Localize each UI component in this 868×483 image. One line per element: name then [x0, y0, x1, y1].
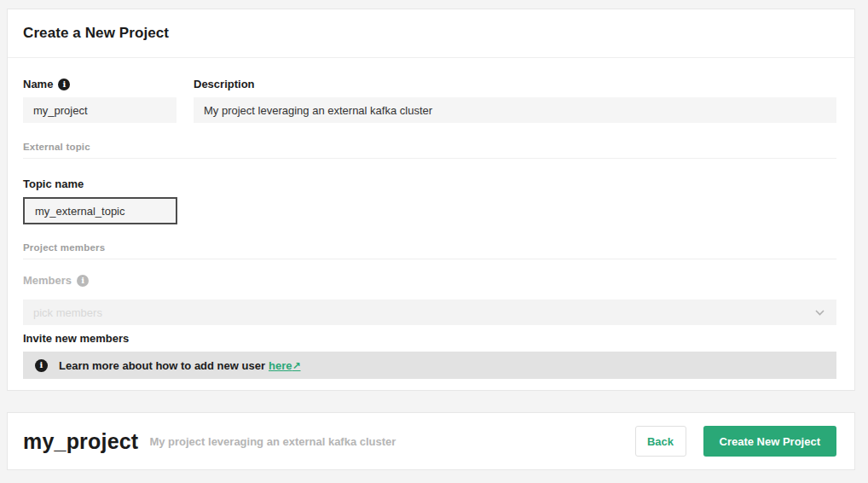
section-label-external-topic: External topic — [23, 142, 836, 159]
footer-project-description: My project leveraging an external kafka … — [149, 435, 396, 448]
name-input[interactable] — [23, 97, 176, 123]
create-project-card: Create a New Project Name i Description … — [7, 9, 855, 391]
banner-text: Learn more about how to add new userhere… — [59, 359, 301, 372]
info-icon[interactable]: i — [58, 79, 70, 90]
page-title: Create a New Project — [23, 25, 169, 42]
members-select-input[interactable] — [23, 300, 836, 325]
info-icon[interactable]: i — [77, 275, 89, 287]
here-link[interactable]: here↗ — [269, 359, 301, 372]
name-description-row: Name i Description — [23, 78, 836, 123]
invite-new-members-label: Invite new members — [23, 332, 836, 346]
topic-name-field-group — [23, 197, 177, 224]
description-input[interactable] — [194, 97, 836, 123]
members-label: Members i — [23, 274, 836, 288]
section-label-project-members: Project members — [23, 242, 836, 259]
description-field-group: Description — [194, 78, 836, 123]
external-link-icon: ↗ — [292, 360, 300, 372]
back-button[interactable]: Back — [635, 426, 686, 457]
info-icon: i — [35, 359, 48, 372]
card-body: Name i Description External topic Topic … — [8, 58, 854, 379]
name-label: Name i — [23, 78, 176, 91]
info-banner: i Learn more about how to add new userhe… — [23, 352, 836, 379]
create-new-project-button[interactable]: Create New Project — [703, 426, 837, 457]
footer-project-name: my_project — [23, 429, 138, 454]
description-label: Description — [194, 78, 836, 91]
name-field-group: Name i — [23, 78, 176, 123]
topic-name-label: Topic name — [23, 177, 836, 191]
members-select[interactable] — [23, 300, 836, 325]
topic-name-input[interactable] — [23, 197, 177, 224]
card-header: Create a New Project — [8, 9, 854, 58]
footer-bar: my_project My project leveraging an exte… — [7, 412, 855, 470]
